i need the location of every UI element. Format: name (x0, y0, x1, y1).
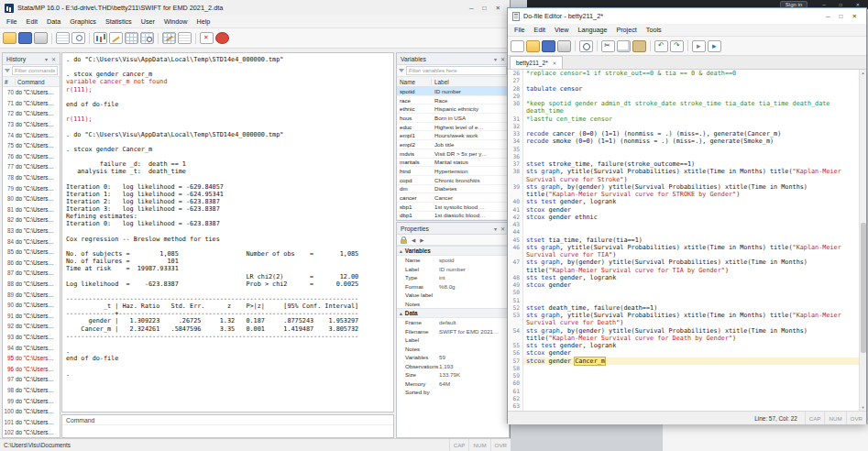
variable-row[interactable]: htndHypertension (397, 167, 509, 176)
code-line[interactable]: 43 (508, 221, 866, 228)
code-line[interactable]: 40sts test gender, logrank (508, 198, 866, 205)
code-line[interactable]: 55sts test gender, logrank (508, 342, 866, 349)
code-line[interactable]: 33recode cancer (0=0) (1=1) (nonmiss = .… (508, 130, 866, 138)
code-line[interactable]: 38sts graph, ytitle(Survival Probabiliti… (508, 168, 866, 183)
open-icon[interactable] (3, 32, 16, 44)
code-line[interactable]: 45stset tia_time, failure(tia==1) (508, 236, 866, 244)
code-line[interactable]: 52stset death_time, failure(death==1) (508, 304, 866, 312)
history-row[interactable]: 90do "C:\Users… (3, 300, 60, 311)
prev-variable-icon[interactable] (412, 236, 415, 243)
variable-row[interactable]: ethnicHispanic ethnicity (397, 104, 509, 114)
copy-icon[interactable] (617, 40, 631, 52)
viewer-icon[interactable] (71, 32, 85, 44)
break-icon[interactable] (215, 32, 229, 44)
property-row[interactable]: Framedefault (397, 318, 509, 327)
command-input[interactable] (62, 425, 393, 436)
variable-row[interactable]: empl1Hours/week work (397, 131, 509, 140)
variable-row[interactable]: sbp11st systolic blood … (397, 203, 509, 212)
code-line[interactable]: 54sts graph, by(gender) ytitle(Survival … (508, 327, 866, 343)
print-icon[interactable] (557, 40, 571, 52)
clear-icon[interactable] (200, 32, 214, 44)
property-row[interactable]: Size133.79K (397, 370, 509, 380)
property-row[interactable]: Typeint (397, 273, 509, 282)
history-filter-input[interactable]: Filter commands h... (12, 66, 58, 75)
history-row[interactable]: 84do "C:\Users… (3, 236, 60, 247)
variable-row[interactable]: dmDiabetes (397, 185, 509, 194)
scrollbar-thumb[interactable] (861, 223, 866, 352)
code-line[interactable]: 34recode smoke (0=0) (1=1) (nonmiss = .)… (508, 138, 866, 145)
redo-icon[interactable] (670, 40, 684, 52)
editor-menu-tools[interactable]: Tools (642, 26, 666, 34)
cut-icon[interactable] (601, 40, 615, 52)
varman-icon[interactable] (162, 32, 176, 44)
variable-row[interactable]: spotidID number (397, 87, 509, 96)
history-row[interactable]: 87do "C:\Users… (3, 268, 60, 279)
code-line[interactable]: 42stcox gender ethnic (508, 214, 866, 221)
do-icon[interactable] (708, 40, 721, 52)
minimize-button[interactable]: ─ (465, 5, 478, 11)
history-panel-header[interactable]: History (3, 53, 60, 65)
close-icon[interactable] (497, 56, 505, 62)
code-line[interactable]: 47sts graph, by(gender) ytitle(Survival … (508, 258, 866, 274)
code-line[interactable]: 60 (508, 380, 866, 387)
dataedit-icon[interactable] (125, 32, 138, 44)
code-line[interactable]: 64 (508, 410, 866, 411)
variable-row[interactable]: cancerCancer (397, 193, 509, 203)
variable-row[interactable]: educHighest level of e… (397, 123, 509, 132)
variables-panel-header[interactable]: Variables (397, 53, 509, 65)
code-line[interactable]: 61 (508, 388, 866, 395)
property-row[interactable]: Variables59 (397, 353, 509, 362)
history-row[interactable]: 97do "C:\Users… (3, 374, 60, 385)
history-row[interactable]: 92do "C:\Users… (3, 321, 60, 332)
history-row[interactable]: 83do "C:\Users… (3, 226, 60, 236)
property-row[interactable]: Format%8.0g (397, 282, 509, 292)
history-row[interactable]: 70do "C:\Users… (3, 87, 60, 98)
history-row[interactable]: 81do "C:\Users… (3, 204, 60, 215)
code-line[interactable]: 58 (508, 365, 866, 372)
property-row[interactable]: Notes (397, 300, 509, 309)
variable-row[interactable]: mdvisVisit DR > 5x per y… (397, 149, 509, 159)
editor-menu-view[interactable]: View (550, 26, 573, 34)
minimize-button[interactable]: ─ (821, 13, 835, 19)
maximize-button[interactable]: □ (835, 13, 848, 19)
menu-graphics[interactable]: Graphics (65, 17, 101, 26)
history-row[interactable]: 76do "C:\Users… (3, 151, 60, 162)
menu-window[interactable]: Window (159, 17, 192, 26)
history-row[interactable]: 71do "C:\Users… (3, 98, 60, 109)
history-col-number[interactable]: # (3, 79, 16, 85)
property-row[interactable]: LabelID number (397, 265, 509, 274)
history-row[interactable]: 98do "C:\Users… (3, 385, 60, 396)
save-icon[interactable] (18, 32, 32, 44)
close-icon[interactable] (48, 56, 56, 62)
history-row[interactable]: 79do "C:\Users… (3, 182, 60, 193)
property-row[interactable]: Label (397, 336, 509, 345)
variable-row[interactable]: copdChronic bronchitis (397, 176, 509, 185)
close-icon[interactable] (497, 226, 505, 232)
variable-row[interactable]: empl2Job title (397, 140, 509, 149)
code-line[interactable]: 56stcox gender (508, 349, 866, 357)
code-line[interactable]: 39sts graph, by(gender) ytitle(Survival … (508, 183, 866, 199)
lock-icon[interactable] (401, 239, 407, 244)
history-row[interactable]: 88do "C:\Users… (3, 279, 60, 290)
history-row[interactable]: 95do "C:\Users… (3, 353, 60, 364)
tab-close-icon[interactable]: ✕ (553, 60, 557, 66)
code-line[interactable]: 36 (508, 153, 866, 160)
properties-section-header[interactable]: Variables (397, 246, 509, 256)
property-row[interactable]: Sorted by (397, 388, 509, 397)
code-line[interactable]: 49stcox gender (508, 281, 866, 289)
new-icon[interactable] (511, 40, 524, 52)
history-row[interactable]: 72do "C:\Users… (3, 108, 60, 119)
property-row[interactable]: Value label (397, 291, 509, 300)
property-row[interactable]: FilenameSWIFT for EMD 2021… (397, 327, 509, 336)
open-icon[interactable] (526, 40, 540, 52)
variable-row[interactable]: maritalsMarital status (397, 159, 509, 168)
undo-icon[interactable] (654, 40, 668, 52)
code-line[interactable]: 26*replace censor=1 if stroke_out==0 & t… (508, 70, 866, 77)
history-row[interactable]: 91do "C:\Users… (3, 310, 60, 321)
history-row[interactable]: 80do "C:\Users… (3, 193, 60, 204)
history-col-command[interactable]: Command (16, 79, 60, 85)
tab-betty211_2[interactable]: betty211_2* ✕ (510, 56, 563, 69)
code-line[interactable]: 32 (508, 123, 866, 130)
history-row[interactable]: 78do "C:\Users… (3, 172, 60, 183)
props-icon[interactable] (178, 32, 192, 44)
